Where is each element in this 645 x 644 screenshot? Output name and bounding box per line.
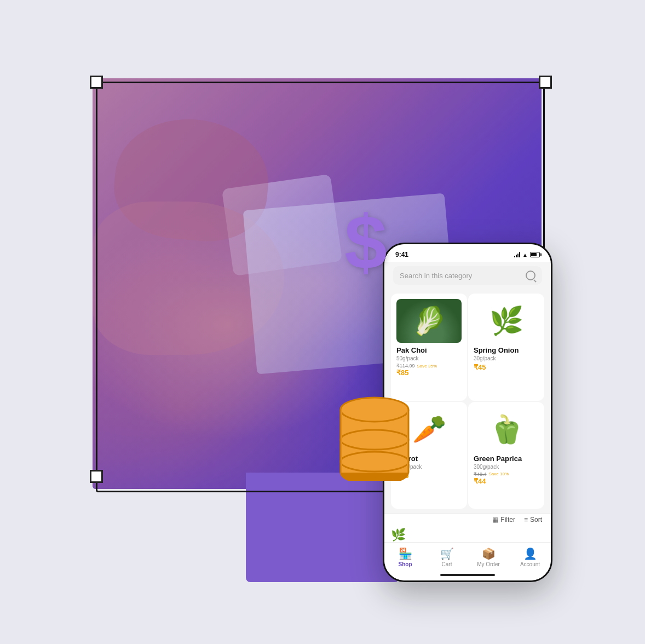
dollar-sign-icon: $ xyxy=(344,204,387,281)
wifi-icon: ▲ xyxy=(522,252,528,258)
battery-icon xyxy=(530,252,540,257)
cart-icon: 🛒 xyxy=(440,547,454,560)
spring-onion-name: Spring Onion xyxy=(474,346,539,354)
pak-choi-price-row: ₹114.99 Save 35% xyxy=(396,363,462,369)
spring-onion-image xyxy=(474,299,539,343)
pak-choi-save: Save 35% xyxy=(417,364,437,369)
cart-label: Cart xyxy=(442,561,452,567)
status-bar: 9:41 ▲ xyxy=(384,244,551,262)
green-paprica-save: Save 10% xyxy=(489,472,509,476)
svg-point-4 xyxy=(341,398,408,422)
pak-choi-image xyxy=(396,299,462,343)
shop-icon: 🏪 xyxy=(399,547,412,560)
spring-onion-price: ₹45 xyxy=(474,363,539,371)
green-paprica-original-price: ₹48.4 xyxy=(474,472,487,477)
status-icons: ▲ xyxy=(514,252,540,258)
filter-button[interactable]: ▦ Filter xyxy=(492,516,515,524)
main-container: $ 9:41 xyxy=(76,62,569,582)
sort-label: Sort xyxy=(530,516,542,524)
account-icon: 👤 xyxy=(523,547,537,560)
nav-item-cart[interactable]: 🛒 Cart xyxy=(426,547,468,567)
pak-choi-original-price: ₹114.99 xyxy=(396,363,415,369)
filter-sort-bar: ▦ Filter ≡ Sort xyxy=(384,513,551,526)
green-paprica-current-price: ₹44 xyxy=(474,477,539,485)
my-order-icon: 📦 xyxy=(482,547,496,560)
pak-choi-name: Pak Choi xyxy=(396,346,462,354)
status-time: 9:41 xyxy=(395,251,408,258)
filter-label: Filter xyxy=(500,516,515,524)
signal-bar-4 xyxy=(519,252,520,257)
signal-bar-1 xyxy=(514,256,515,257)
purple-bottom-rect xyxy=(246,473,399,582)
spring-onion-weight: 30g/pack xyxy=(474,355,539,361)
bottom-nav: 🏪 Shop 🛒 Cart 📦 My Order 👤 Account xyxy=(384,542,551,570)
nav-item-account[interactable]: 👤 Account xyxy=(509,547,551,567)
product-card-green-paprica[interactable]: Green Paprica 300g/pack ₹48.4 Save 10% ₹… xyxy=(468,402,544,509)
corner-marker-bl xyxy=(90,470,103,483)
search-bar[interactable]: Search in this category xyxy=(393,266,542,285)
home-indicator xyxy=(384,570,551,580)
nav-item-shop[interactable]: 🏪 Shop xyxy=(384,547,426,567)
green-paprica-name: Green Paprica xyxy=(474,455,539,463)
green-paprica-weight: 300g/pack xyxy=(474,464,539,470)
home-bar xyxy=(440,574,495,576)
nav-item-my-order[interactable]: 📦 My Order xyxy=(468,547,509,567)
pak-choi-weight: 50g/pack xyxy=(396,355,462,361)
corner-marker-tr xyxy=(539,76,552,89)
product-card-spring-onion[interactable]: Spring Onion 30g/pack ₹45 xyxy=(468,294,544,401)
search-icon xyxy=(526,271,535,280)
green-paprica-image xyxy=(474,407,539,451)
signal-bars-icon xyxy=(514,252,520,257)
corner-marker-tl xyxy=(90,76,103,89)
signal-bar-3 xyxy=(517,254,519,257)
database-icon xyxy=(339,380,410,478)
account-label: Account xyxy=(520,561,540,567)
shop-label: Shop xyxy=(399,561,412,567)
partial-herb-emoji: 🌿 xyxy=(391,528,406,542)
hand-shape-2 xyxy=(93,202,284,355)
green-paprica-price-row: ₹48.4 Save 10% xyxy=(474,472,539,477)
sort-button[interactable]: ≡ Sort xyxy=(524,516,542,524)
sort-icon: ≡ xyxy=(524,516,528,524)
partial-product-hint: 🌿 xyxy=(384,526,551,542)
filter-icon: ▦ xyxy=(492,516,498,524)
signal-bar-2 xyxy=(516,255,517,257)
search-placeholder: Search in this category xyxy=(400,272,521,280)
pak-choi-current-price: ₹85 xyxy=(396,369,462,377)
battery-fill xyxy=(531,253,537,256)
my-order-label: My Order xyxy=(477,561,500,567)
